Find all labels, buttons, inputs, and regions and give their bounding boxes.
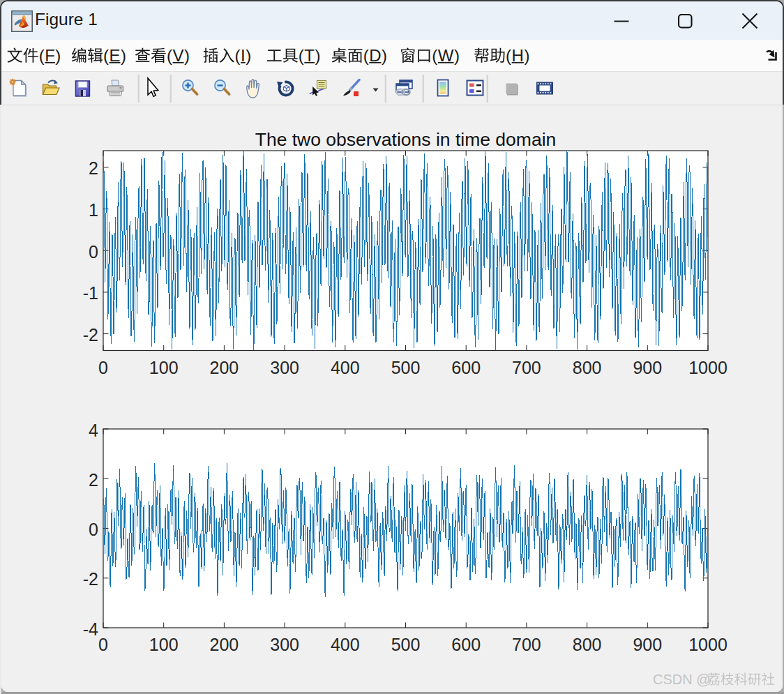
svg-text:200: 200 [210, 635, 239, 654]
svg-text:1000: 1000 [688, 358, 728, 377]
svg-text:-2: -2 [83, 325, 98, 345]
svg-text:4: 4 [89, 421, 98, 440]
svg-text:The two observations in time d: The two observations in time domain [255, 129, 557, 150]
svg-text:CSDN @: CSDN @ [653, 672, 711, 687]
svg-text:-2: -2 [83, 569, 98, 589]
svg-text:900: 900 [633, 635, 662, 654]
svg-text:2: 2 [89, 158, 98, 178]
svg-text:500: 500 [391, 635, 421, 654]
svg-text:600: 600 [451, 358, 481, 377]
svg-text:400: 400 [331, 635, 360, 654]
svg-text:700: 700 [512, 358, 541, 377]
svg-text:(F): (F) [39, 46, 61, 65]
svg-text:700: 700 [512, 635, 541, 654]
svg-text:(D): (D) [363, 46, 388, 65]
svg-text:200: 200 [210, 358, 239, 377]
svg-text:0: 0 [89, 242, 98, 262]
svg-text:100: 100 [149, 358, 179, 377]
svg-text:900: 900 [633, 358, 662, 377]
svg-text:400: 400 [331, 358, 360, 377]
svg-text:800: 800 [573, 635, 602, 654]
svg-text:600: 600 [451, 635, 481, 654]
svg-text:(V): (V) [167, 46, 190, 65]
svg-text:(I): (I) [235, 46, 252, 65]
svg-text:(W): (W) [432, 46, 460, 65]
svg-text:0: 0 [98, 358, 108, 377]
svg-text:800: 800 [573, 358, 602, 377]
svg-text:0: 0 [89, 520, 98, 539]
svg-text:0: 0 [98, 635, 108, 654]
svg-text:-1: -1 [83, 283, 98, 303]
svg-text:300: 300 [270, 358, 299, 377]
svg-text:(H): (H) [506, 46, 530, 65]
svg-text:2: 2 [89, 470, 98, 490]
svg-text:-4: -4 [83, 619, 98, 639]
svg-text:1000: 1000 [688, 635, 728, 654]
svg-text:300: 300 [270, 635, 299, 654]
svg-text:100: 100 [149, 635, 179, 654]
svg-text:500: 500 [391, 358, 421, 377]
svg-text:1: 1 [89, 200, 98, 220]
svg-text:(T): (T) [299, 46, 321, 65]
svg-text:(E): (E) [103, 46, 127, 65]
